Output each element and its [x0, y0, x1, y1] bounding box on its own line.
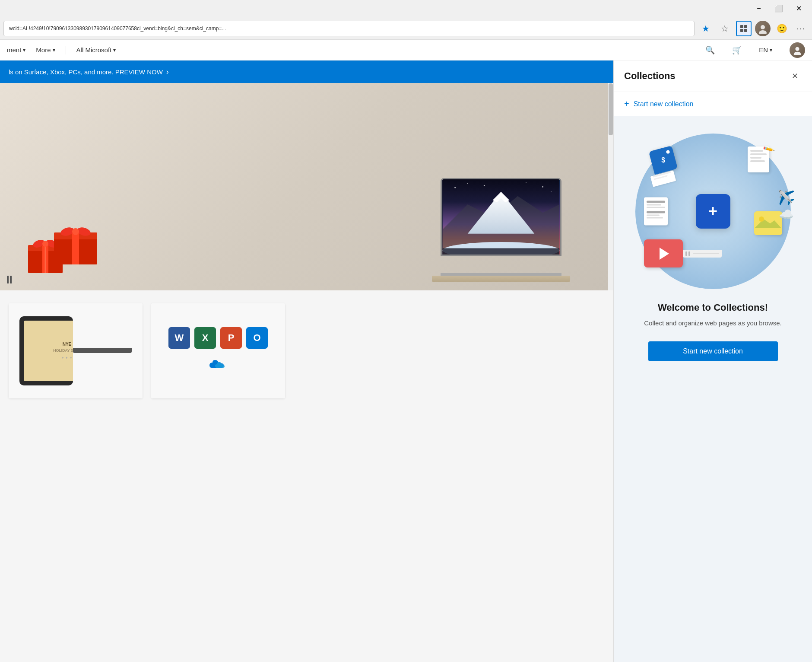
keyboard-base	[73, 348, 132, 353]
pause-bar-1	[7, 276, 9, 283]
svg-point-25	[526, 182, 527, 183]
text-line-dark-2	[647, 211, 665, 213]
scrollbar-track	[608, 83, 613, 290]
collections-header: Collections ✕	[614, 60, 812, 92]
promo-banner[interactable]: ls on Surface, Xbox, PCs, and more. PREV…	[0, 60, 613, 83]
outlook-icon: O	[246, 327, 268, 349]
progress-bar	[693, 253, 719, 254]
settings-more-icon[interactable]: ···	[793, 21, 809, 36]
emoji-icon[interactable]: 🙂	[774, 21, 790, 36]
nav-avatar[interactable]	[790, 42, 805, 58]
onedrive-icon	[206, 353, 230, 375]
chevron-down-icon: ▾	[113, 47, 116, 53]
product-card-tablet[interactable]: NYE HOLIDAY SALE ✦ ✦ ✦	[9, 303, 143, 398]
reading-list-icon[interactable]: ☆	[717, 21, 733, 36]
collections-panel: Collections ✕ + Start new collection + $	[613, 60, 812, 662]
chevron-down-icon: ▾	[770, 47, 772, 53]
svg-rect-1	[744, 25, 747, 28]
nav-row: ment ▾ More ▾ All Microsoft ▾ 🔍 🛒 EN ▾	[0, 40, 812, 60]
product-card-office[interactable]: W X P O	[151, 303, 285, 398]
gift-box-small	[52, 221, 99, 264]
plus-icon: +	[624, 99, 629, 109]
svg-point-27	[551, 191, 552, 192]
holiday-label: HOLIDAY SALE	[53, 348, 73, 353]
promo-text: ls on Surface, Xbox, PCs, and more. PREV…	[9, 68, 163, 76]
language-selector[interactable]: EN ▾	[759, 46, 772, 54]
price-tag-shape: $	[649, 145, 678, 174]
pause-button[interactable]	[7, 276, 12, 283]
tablet-screen: NYE HOLIDAY SALE ✦ ✦ ✦	[24, 321, 73, 381]
collections-icon[interactable]	[736, 21, 752, 36]
decorative-stars: ✦ ✦ ✦	[61, 356, 72, 360]
ill-document: ✏️	[748, 146, 769, 172]
svg-rect-17	[72, 232, 79, 264]
svg-point-35	[759, 216, 764, 222]
nav-management[interactable]: ment ▾	[7, 46, 25, 54]
laptop-mountain-image	[442, 179, 560, 255]
price-text: $	[661, 156, 665, 164]
product-cards-row: NYE HOLIDAY SALE ✦ ✦ ✦ W X	[0, 290, 613, 411]
laptop-base	[432, 276, 570, 282]
chevron-down-icon: ▾	[53, 47, 55, 53]
illustration-circle: + $	[635, 134, 791, 289]
tablet-illustration: NYE HOLIDAY SALE ✦ ✦ ✦	[19, 312, 132, 390]
address-text: wcid=AL!4249!10!790961330989301790961409…	[9, 25, 226, 32]
ill-plane-cloud: ✈️ ☁️	[778, 189, 795, 222]
office-icons-group: W X P O	[151, 318, 285, 383]
svg-point-7	[794, 51, 801, 54]
svg-point-6	[795, 47, 799, 51]
welcome-subtitle: Collect and organize web pages as you br…	[644, 318, 782, 328]
profile-avatar[interactable]	[755, 21, 771, 36]
control-bar-2	[688, 251, 690, 256]
excel-icon: X	[194, 327, 216, 349]
nav-separator	[66, 46, 66, 54]
browser-content: ls on Surface, Xbox, PCs, and more. PREV…	[0, 60, 613, 662]
text-line-light-2	[647, 207, 665, 208]
main-area: ls on Surface, Xbox, PCs, and more. PREV…	[0, 60, 812, 662]
address-input[interactable]: wcid=AL!4249!10!790961330989301790961409…	[3, 21, 695, 36]
svg-point-4	[761, 25, 765, 29]
svg-point-23	[467, 183, 468, 184]
text-block-shape	[644, 197, 668, 226]
svg-rect-0	[740, 25, 743, 28]
ill-center-plus: +	[696, 194, 730, 229]
start-new-collection-button[interactable]: Start new collection	[648, 341, 778, 361]
video-controls	[683, 250, 722, 258]
cloud-icon: ☁️	[779, 207, 794, 222]
text-line-light-4	[647, 217, 663, 219]
pause-bar-2	[10, 276, 12, 283]
video-play-button	[660, 248, 669, 260]
tablet-device: NYE HOLIDAY SALE ✦ ✦ ✦	[19, 316, 73, 385]
promo-arrow-icon: ›	[166, 67, 169, 76]
scrollbar-thumb[interactable]	[609, 83, 613, 135]
chevron-down-icon: ▾	[23, 47, 25, 53]
favorite-icon[interactable]: ★	[698, 21, 714, 36]
svg-point-20	[72, 228, 79, 235]
nye-label: NYE	[63, 342, 72, 347]
nav-more[interactable]: More ▾	[36, 46, 55, 54]
cart-icon[interactable]: 🛒	[732, 45, 742, 55]
price-tag-hole	[666, 150, 670, 154]
search-icon[interactable]: 🔍	[705, 45, 715, 55]
svg-point-26	[542, 186, 543, 188]
doc-line-1	[750, 150, 763, 152]
close-button[interactable]: ✕	[789, 2, 809, 16]
svg-point-5	[759, 30, 767, 34]
hero-section	[0, 83, 613, 290]
svg-point-22	[454, 187, 456, 188]
minimize-button[interactable]: −	[749, 2, 769, 16]
powerpoint-icon: P	[220, 327, 242, 349]
doc-line-4	[750, 160, 765, 162]
svg-point-14	[42, 241, 48, 247]
ill-price-tag: $	[648, 151, 679, 181]
control-bar-1	[685, 251, 687, 256]
svg-point-24	[484, 185, 485, 186]
text-line-dark-1	[647, 201, 665, 203]
doc-line-2	[750, 153, 767, 155]
start-new-collection-row[interactable]: + Start new collection	[614, 92, 812, 116]
ill-video-player	[644, 239, 722, 267]
maximize-button[interactable]: ⬜	[769, 2, 789, 16]
nav-all-microsoft[interactable]: All Microsoft ▾	[76, 46, 116, 54]
video-shape	[644, 239, 683, 267]
collections-close-button[interactable]: ✕	[788, 69, 802, 83]
